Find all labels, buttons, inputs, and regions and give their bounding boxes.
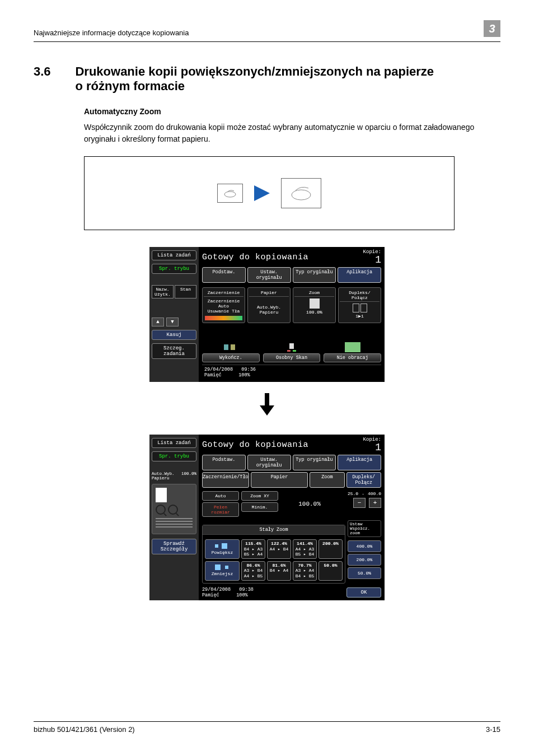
zoom-minus-button[interactable]: −	[353, 498, 366, 508]
nie-obracaj-button[interactable]: Nie obracaj	[324, 342, 381, 362]
zoom-141[interactable]: 141.4%A4 ▸ A3 B5 ▸ B4	[293, 539, 317, 559]
subtab-dupleks[interactable]: Dupleks/ Połącz	[346, 472, 381, 488]
zoom-range-lo: 25.0	[348, 491, 358, 496]
paper-small-icon	[217, 184, 243, 203]
screen-title: Gotowy do kopiowania	[202, 253, 308, 262]
lista-zadan-button[interactable]: Lista zadań	[152, 250, 196, 260]
svg-rect-5	[287, 350, 291, 352]
wykoncz-button[interactable]: Wykończ.	[202, 342, 260, 362]
zoom-full-button[interactable]: Pełen rozmiar	[202, 502, 239, 517]
reduce-label: Zmniejsz	[205, 561, 240, 581]
fixed-zoom-header: Stały Zoom	[203, 525, 345, 535]
svg-marker-8	[260, 405, 274, 416]
zoom-auto-button[interactable]: Auto	[202, 491, 239, 501]
kasuj-button[interactable]: Kasuj	[152, 330, 196, 340]
arrow-down-button[interactable]: ▼	[166, 318, 179, 326]
footer-right: 3-15	[486, 725, 500, 734]
zoom-115[interactable]: 115.4%B4 ▸ A3 B5 ▸ A4	[241, 539, 265, 559]
arrow-up-button[interactable]: ▲	[152, 318, 164, 326]
zoom-122[interactable]: 122.4%A4 ▸ B4	[267, 539, 291, 559]
zoom-86[interactable]: 86.6%A3 ▸ B4 A4 ▸ B5	[241, 561, 265, 581]
tab-aplikacja-2[interactable]: Aplikacja	[338, 455, 381, 470]
density-slider[interactable]	[205, 316, 242, 320]
copies-counter: Kopie: 1	[363, 249, 381, 265]
running-header: Najważniejsze informacje dotyczące kopio…	[34, 25, 189, 37]
tab-podstaw[interactable]: Podstaw.	[202, 267, 246, 283]
zoom-min-button[interactable]: Minim.	[241, 502, 278, 512]
zoom-plus-button[interactable]: +	[369, 498, 381, 508]
sprawdz-button[interactable]: Sprawdź Szczegóły	[152, 539, 196, 554]
zoom-range-hi: 400.0	[368, 491, 381, 496]
szczegoly-button[interactable]: Szczeg. zadania	[152, 343, 196, 359]
side-tab-right[interactable]: Stan	[175, 285, 196, 298]
tab-ustaw-oryg[interactable]: Ustaw. oryginału	[247, 267, 291, 283]
spr-trybu-button[interactable]: Spr. trybu	[152, 264, 196, 274]
zoom-out-icon[interactable]	[156, 505, 166, 515]
svg-rect-9	[215, 544, 218, 548]
panel-zaczernienie[interactable]: Zaczernienie Zaczernienie Auto Usuwanie …	[202, 287, 245, 323]
svg-rect-6	[293, 350, 296, 352]
svg-point-0	[224, 192, 236, 197]
panel-zoom[interactable]: Zoom 100.0%	[293, 287, 336, 323]
copies-counter-2: Kopie: 1	[363, 437, 381, 452]
copier-screen-zoom: Lista zadań Spr. trybu Auto.Wyb. Papieru…	[149, 435, 385, 600]
section-number: 3.6	[34, 64, 73, 79]
auto-paper-pct: 100.0%	[181, 472, 196, 480]
zoom-50[interactable]: 50.0%	[318, 561, 343, 581]
svg-rect-3	[231, 344, 235, 350]
svg-point-1	[292, 190, 311, 200]
spr-trybu-button-2[interactable]: Spr. trybu	[152, 451, 196, 461]
zoom-percent-display: 100.0%	[280, 491, 339, 517]
tab-typ-oryg[interactable]: Typ oryginału	[293, 267, 336, 283]
separate-scan-icon	[284, 342, 299, 352]
copier-screen-main: Lista zadań Spr. trybu Nazw. Użytk. Stan…	[149, 247, 385, 382]
preset-50[interactable]: 50.0%	[348, 567, 381, 579]
tab-ustaw-oryg-2[interactable]: Ustaw. oryginału	[247, 455, 291, 470]
svg-rect-7	[265, 393, 269, 405]
status-bar: 29/04/2008 09:36 Pamięć 100%	[202, 365, 381, 380]
zoom-70[interactable]: 70.7%A3 ▸ A4 B4 ▸ B5	[293, 561, 317, 581]
zoom-preview-icon	[310, 298, 320, 309]
svg-rect-4	[289, 343, 294, 349]
tab-aplikacja[interactable]: Aplikacja	[338, 267, 381, 283]
ok-button[interactable]: OK	[346, 587, 381, 598]
arrow-right-icon	[254, 185, 270, 201]
section-body: Współczynnik zoom do drukowania kopii mo…	[84, 122, 500, 145]
finishing-icon	[223, 342, 238, 352]
preset-200[interactable]: 200.0%	[348, 554, 381, 566]
paper-large-icon	[281, 178, 321, 208]
svg-rect-2	[224, 344, 228, 350]
preview-page-icon	[156, 488, 167, 502]
zoom-in-icon[interactable]	[168, 505, 178, 515]
svg-rect-12	[225, 566, 228, 569]
subtab-zaczernienie[interactable]: Zaczernienie/Tło	[202, 472, 249, 488]
auto-paper-label: Auto.Wyb. Papieru	[152, 472, 181, 480]
svg-rect-11	[215, 564, 221, 570]
screen-title-2: Gotowy do kopiowania	[202, 440, 308, 450]
chapter-number-badge: 3	[484, 20, 500, 37]
svg-rect-10	[222, 543, 227, 549]
footer-left: bizhub 501/421/361 (Version 2)	[34, 725, 135, 734]
enlarge-illustration	[84, 156, 455, 230]
no-rotate-icon	[345, 342, 360, 352]
section-title: Drukowanie kopii powiększonych/zmniejszo…	[75, 64, 444, 94]
preset-400[interactable]: 400.0%	[348, 540, 381, 552]
tab-podstaw-2[interactable]: Podstaw.	[202, 455, 246, 470]
zoom-xy-button[interactable]: Zoom XY	[241, 491, 278, 501]
subtab-papier[interactable]: Papier	[251, 472, 308, 488]
flow-arrow-down-icon	[34, 393, 500, 418]
enlarge-label: Powiększ	[205, 539, 240, 559]
side-tab-left[interactable]: Nazw. Użytk.	[152, 285, 174, 298]
panel-dupleks[interactable]: Dupleks/ Połącz 1▶1	[338, 287, 381, 323]
subtab-zoom[interactable]: Zoom	[310, 472, 344, 488]
tab-typ-oryg-2[interactable]: Typ oryginału	[293, 455, 336, 470]
osobny-skan-button[interactable]: Osobny Skan	[263, 342, 321, 362]
zoom-81[interactable]: 81.6%B4 ▸ A4	[267, 561, 291, 581]
zoom-200[interactable]: 200.0%	[318, 539, 343, 559]
preview-panel	[152, 484, 196, 534]
panel-papier[interactable]: Papier Auto.Wyb. Papieru	[247, 287, 291, 323]
section-subtitle: Automatyczny Zoom	[84, 107, 500, 116]
set-zoom-ratio-label: Ustaw Współcz. zoom	[348, 520, 381, 537]
lista-zadan-button-2[interactable]: Lista zadań	[152, 438, 196, 448]
